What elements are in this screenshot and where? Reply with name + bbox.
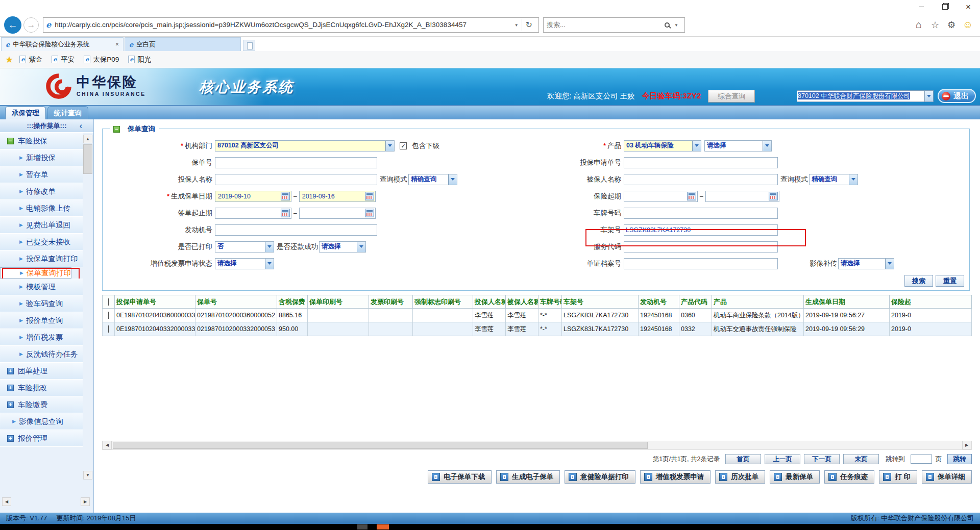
- new-tab-button[interactable]: [243, 40, 255, 51]
- chevron-down-icon[interactable]: [924, 91, 933, 102]
- url-dropdown-icon[interactable]: [511, 22, 522, 28]
- calendar-icon[interactable]: [365, 209, 374, 217]
- first-page-button[interactable]: 首页: [725, 454, 761, 464]
- image-upload-select[interactable]: 请选择: [838, 258, 894, 269]
- search-icon[interactable]: [665, 22, 670, 28]
- row-checkbox[interactable]: [108, 312, 109, 319]
- sidebar-horizontal-scrollbar[interactable]: [2, 497, 92, 506]
- url-input[interactable]: [55, 21, 511, 29]
- scroll-down-icon[interactable]: [83, 471, 92, 479]
- engine-input[interactable]: [215, 224, 377, 236]
- minus-icon[interactable]: [113, 126, 120, 133]
- product2-select[interactable]: 请选择: [704, 140, 772, 152]
- sidebar-group-motor-insure[interactable]: 车险投保: [0, 133, 83, 149]
- sidebar-item-quote-query[interactable]: 报价单查询: [0, 312, 83, 329]
- plate-input[interactable]: [624, 208, 778, 219]
- chevron-down-icon[interactable]: [885, 259, 894, 269]
- calendar-icon[interactable]: [365, 192, 374, 200]
- applicant-input[interactable]: [215, 174, 377, 185]
- scrollbar-thumb[interactable]: [83, 144, 92, 174]
- browser-tab-blank[interactable]: 空白页: [125, 37, 241, 51]
- restore-button[interactable]: [933, 0, 957, 13]
- policy-detail-button[interactable]: 保单详细: [922, 470, 972, 484]
- sidebar-item-apply-print[interactable]: 投保单查询打印: [0, 250, 83, 267]
- favorite-link[interactable]: 太保P09: [84, 55, 119, 64]
- last-page-button[interactable]: 末页: [843, 454, 879, 464]
- scroll-right-icon[interactable]: [81, 497, 90, 506]
- calendar-icon[interactable]: [769, 192, 778, 200]
- vat-status-select[interactable]: 请选择: [215, 258, 274, 269]
- address-bar[interactable]: [43, 17, 539, 33]
- sidebar-group-quote-mgmt[interactable]: 报价管理: [0, 430, 83, 447]
- doc-no-input[interactable]: [624, 258, 778, 269]
- prev-page-button[interactable]: 上一页: [765, 454, 800, 464]
- select-all-checkbox[interactable]: [108, 298, 109, 306]
- include-sub-checkbox[interactable]: ✓: [400, 142, 407, 149]
- row-checkbox[interactable]: [108, 325, 109, 333]
- vin-input[interactable]: [624, 224, 778, 236]
- favorites-icon[interactable]: [927, 19, 943, 31]
- chevron-down-icon[interactable]: [763, 141, 771, 151]
- service-code-input[interactable]: [624, 241, 778, 253]
- calendar-icon[interactable]: [281, 209, 290, 217]
- favorite-link[interactable]: 平安: [52, 55, 75, 64]
- printed-select[interactable]: 否: [215, 241, 274, 253]
- query-mode-select[interactable]: 精确查询: [408, 174, 457, 185]
- chevron-down-icon[interactable]: [385, 141, 394, 151]
- jump-button[interactable]: 跳转: [947, 454, 972, 464]
- task-trace-button[interactable]: 任务痕迹: [824, 470, 874, 484]
- back-button[interactable]: [4, 16, 21, 34]
- forward-button[interactable]: [23, 17, 39, 33]
- favorite-link[interactable]: 紫金: [19, 55, 42, 64]
- smiley-icon[interactable]: [960, 19, 976, 31]
- sidebar-item-new-insure[interactable]: 新增投保: [0, 149, 83, 166]
- query-mode-select-2[interactable]: 精确查询: [809, 174, 858, 185]
- collapse-left-icon[interactable]: [80, 119, 82, 133]
- table-row[interactable]: 0E19870102040332000033 02198701020003320…: [103, 322, 972, 336]
- sign-date-from[interactable]: [215, 208, 291, 219]
- gen-date-from[interactable]: 2019-09-10: [215, 191, 291, 202]
- favorite-link[interactable]: 阳光: [128, 55, 151, 64]
- scroll-up-icon[interactable]: [83, 135, 92, 143]
- apply-no-input[interactable]: [624, 157, 778, 168]
- health-doc-print-button[interactable]: 意健险单据打印: [565, 470, 635, 484]
- sidebar-item-image-info-query[interactable]: 影像信息查询: [0, 413, 83, 430]
- chevron-down-icon[interactable]: [692, 141, 701, 151]
- chevron-down-icon[interactable]: [448, 174, 457, 185]
- repay-select[interactable]: 请选择: [319, 241, 366, 253]
- tab-underwriting[interactable]: 承保管理: [5, 106, 46, 119]
- refresh-icon[interactable]: [522, 20, 536, 30]
- sign-date-to[interactable]: [299, 208, 376, 219]
- sidebar-item-telesale-image[interactable]: 电销影像上传: [0, 200, 83, 217]
- browser-tab-active[interactable]: 中华联合保险核心业务系统: [1, 37, 124, 51]
- minimize-button[interactable]: [910, 0, 933, 13]
- logout-button[interactable]: 退出: [938, 89, 976, 103]
- company-select[interactable]: 870102 中华联合财产保险股份有限公司: [797, 90, 934, 102]
- next-page-button[interactable]: 下一页: [804, 454, 840, 464]
- product-select[interactable]: 03 机动车辆保险: [624, 140, 701, 152]
- reset-button[interactable]: 重置: [936, 275, 964, 287]
- calendar-icon[interactable]: [687, 192, 696, 200]
- ins-start-to[interactable]: [705, 191, 779, 202]
- sidebar-group-payment[interactable]: 车险缴费: [0, 396, 83, 413]
- sidebar-item-fee-return[interactable]: 见费出单退回: [0, 217, 83, 234]
- combined-query-button[interactable]: 综合查询: [708, 90, 755, 103]
- gen-date-to[interactable]: 2019-09-16: [299, 191, 376, 202]
- search-dropdown-icon[interactable]: [671, 22, 681, 28]
- past-endorsements-button[interactable]: 历次批单: [715, 470, 765, 484]
- sidebar-group-group-policy[interactable]: 团单处理: [0, 363, 83, 380]
- ins-start-from[interactable]: [624, 191, 698, 202]
- tab-statistics[interactable]: 统计查询: [47, 106, 88, 119]
- generate-epolicy-button[interactable]: 生成电子保单: [496, 470, 560, 484]
- tab-close-icon[interactable]: [115, 41, 119, 48]
- table-row[interactable]: 0E19870102040360000033 02198701020003600…: [103, 309, 972, 322]
- close-button[interactable]: [957, 0, 980, 13]
- sidebar-item-to-modify[interactable]: 待修改单: [0, 183, 83, 200]
- org-select[interactable]: 870102 高新区支公司: [215, 140, 395, 152]
- sidebar-vertical-scrollbar[interactable]: [83, 135, 92, 479]
- sidebar-item-draft[interactable]: 暂存单: [0, 166, 83, 183]
- download-epolicy-button[interactable]: 电子保单下载: [428, 470, 492, 484]
- sidebar-item-aml-tasks[interactable]: 反洗钱待办任务: [0, 346, 83, 363]
- scroll-right-icon[interactable]: [962, 441, 971, 449]
- sidebar-item-vat-invoice[interactable]: 增值税发票: [0, 329, 83, 346]
